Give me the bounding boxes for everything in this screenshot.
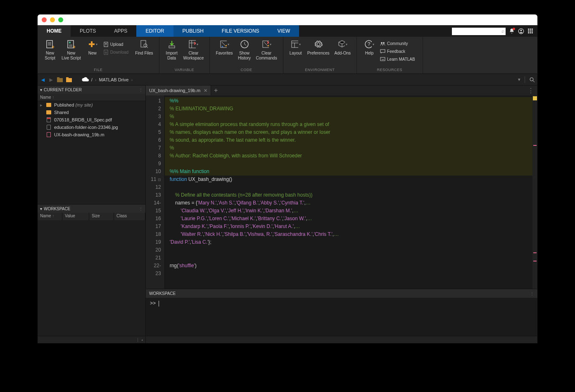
path-root[interactable]: / [91,77,93,82]
file-tree-item[interactable]: 070518_BRDB_UI_Spec.pdf [38,116,145,124]
new-live-script-button[interactable]: + New Live Script [59,39,83,61]
learn-label: Learn MATLAB [387,57,415,62]
file-tree-item[interactable]: ▸Published (my site) [38,101,145,109]
clear-commands-button[interactable]: ▾ Clear Commands [254,39,280,61]
clear-commands-label: Clear Commands [256,51,277,61]
tab-editor[interactable]: EDITOR [136,25,173,37]
find-files-button[interactable]: Find Files [133,39,155,56]
svg-rect-4 [532,29,533,30]
clear-workspace-label: Clear Workspace [183,51,204,61]
import-data-icon [167,39,177,49]
nav-back-button[interactable]: ◄ [40,76,46,83]
code-editor[interactable]: 1234567891011 ⊟121314-1516171819202122-2… [146,95,537,289]
layout-button[interactable]: ▾ Layout [287,39,305,56]
ws-col-class[interactable]: Class [114,213,145,220]
tab-menu-icon[interactable]: ⋮ [524,86,537,95]
path-search-icon[interactable] [529,77,535,83]
code-area[interactable]: %%% ELIMINATION_DRAWING%% A simple elimi… [165,95,537,289]
tab-publish[interactable]: PUBLISH [173,25,213,37]
svg-rect-37 [66,78,72,82]
show-history-button[interactable]: Show History [235,39,254,61]
collapse-icon[interactable]: ▾ [40,88,42,92]
code-analyzer-status[interactable] [533,96,537,100]
community-link[interactable]: Community [378,40,417,47]
help-button[interactable]: ?▾ Help [360,39,378,56]
panel-menu-icon[interactable]: ⋮ [139,88,143,92]
ws-col-name[interactable]: Name ↑ [38,213,62,220]
line-gutter: 1234567891011 ⊟121314-1516171819202122-2… [146,95,165,289]
search-input[interactable] [452,28,506,35]
favorites-icon: ▾ [219,39,229,49]
expand-icon[interactable]: ▸ [40,102,43,108]
ws-col-size[interactable]: Size [89,213,114,220]
folder-icon [46,109,52,115]
tab-home[interactable]: HOME [38,25,71,37]
workspace-title: WORKSPACE [44,207,70,211]
text-cursor [159,301,159,306]
close-tab-icon[interactable]: ✕ [204,88,207,93]
new-plus-icon: ▾ [88,39,97,49]
community-label: Community [387,41,408,46]
file-tree-item[interactable]: Shared [38,109,145,116]
group-code-label: CODE [210,67,283,74]
folder-up-icon[interactable] [57,77,63,83]
user-icon[interactable] [518,28,524,34]
folder-icon[interactable] [66,77,72,83]
tab-file-versions[interactable]: FILE VERSIONS [213,25,268,37]
file-tree-item[interactable]: UX-bash-drawing_19b.m [38,131,145,138]
notifications-icon[interactable] [509,28,515,34]
path-dropdown-icon[interactable]: ▾ [518,77,520,82]
feedback-label: Feedback [387,49,405,54]
addons-button[interactable]: ▾ Add-Ons [332,39,353,56]
tab-apps[interactable]: APPS [105,25,136,37]
close-window-button[interactable] [42,17,47,22]
new-tab-button[interactable]: + [211,86,221,95]
apps-grid-icon[interactable] [527,28,533,34]
download-icon [103,50,109,55]
upload-label: Upload [110,42,124,47]
learn-matlab-link[interactable]: Learn MATLAB [378,56,417,63]
feedback-link[interactable]: Feedback [378,48,417,55]
import-data-button[interactable]: Import Data [163,39,181,61]
path-drive[interactable]: MATLAB Drive [99,77,128,82]
new-script-button[interactable]: + New Script [41,39,59,61]
minimize-window-button[interactable] [50,17,55,22]
command-prompt: >> [150,300,156,306]
editor-tab[interactable]: UX_bash-drawing_19b.m ✕ [146,86,211,95]
tab-plots[interactable]: PLOTS [71,25,105,37]
nav-forward-button[interactable]: ► [48,76,54,83]
file-name-column-header[interactable]: Name ↑ [38,94,145,101]
folder-icon [46,102,52,108]
preferences-button[interactable]: Preferences [305,39,332,56]
code-marker[interactable] [533,261,537,261]
command-window-title: WORKSPACE [149,291,176,296]
find-files-icon [139,39,149,49]
upload-button[interactable]: Upload [102,41,130,48]
maximize-window-button[interactable] [58,17,63,22]
command-window[interactable]: >> [146,298,537,336]
download-button[interactable]: Download [102,49,130,56]
svg-rect-5 [528,31,529,32]
file-name: UX-bash-drawing_19b.m [54,132,105,137]
code-marker[interactable] [533,145,537,146]
svg-point-19 [144,44,147,47]
upload-icon [103,42,109,47]
collapse-left-icon[interactable]: ⎸◂ [138,337,143,342]
file-tree-item[interactable]: education-folder-icon-23346.jpg [38,124,145,131]
svg-rect-33 [380,50,385,52]
clear-workspace-button[interactable]: ▾ Clear Workspace [181,39,207,61]
chevron-right-icon: › [95,77,97,82]
tab-view[interactable]: VIEW [268,25,299,37]
file-icon [46,124,52,130]
ws-col-value[interactable]: Value [62,213,89,220]
titlebar [38,14,537,25]
editor-tab-bar: UX_bash-drawing_19b.m ✕ + ⋮ [146,86,537,95]
collapse-icon[interactable]: ▾ [40,207,42,211]
cloud-icon[interactable] [81,77,89,83]
code-marker[interactable] [533,252,537,253]
new-button[interactable]: ▾ New [83,39,102,56]
panel-menu-icon[interactable]: ⋮ [530,291,534,296]
svg-rect-10 [532,32,533,33]
panel-menu-icon[interactable]: ⋮ [139,207,143,211]
favorites-button[interactable]: ▾ Favorites [213,39,235,56]
